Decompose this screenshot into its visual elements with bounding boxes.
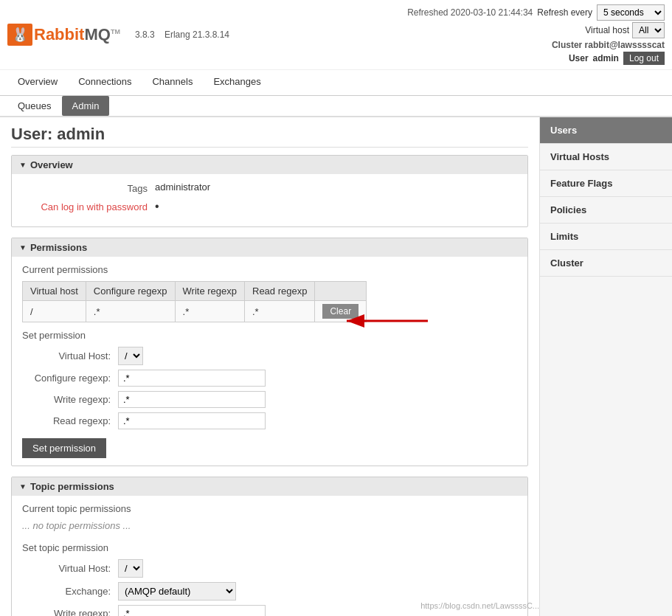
perm-configure: .* [86,301,175,322]
topic-vhost-select[interactable]: / [118,559,143,578]
nav-bar: Overview Connections Channels Exchanges [0,70,672,96]
read-field-label: Read regexp: [22,415,118,426]
refresh-select[interactable]: 5 seconds 10 seconds 30 seconds 60 secon… [597,4,665,21]
th-action [315,282,367,301]
refresh-label: Refresh every [537,7,592,18]
set-permission-button[interactable]: Set permission [22,438,106,458]
logo-text: RabbitMQTM [34,25,120,44]
perm-write: .* [175,301,244,322]
logo-icon: 🐰 [7,24,32,46]
user-label: User [569,53,589,63]
subnav-queues[interactable]: Queues [7,96,62,116]
th-read: Read regexp [245,282,315,301]
overview-section: ▼ Overview Tags administrator Can log in… [11,155,528,227]
write-input[interactable] [118,391,266,408]
subnav-admin[interactable]: Admin [62,96,110,116]
set-permission-title: Set permission [22,330,517,341]
nav-connections[interactable]: Connections [68,70,142,95]
virtual-host-select[interactable]: All / [632,22,665,38]
topic-permissions-section: ▼ Topic permissions Current topic permis… [11,477,528,616]
overview-arrow-icon: ▼ [19,161,27,169]
can-login-label: Can log in with password [22,200,155,212]
th-configure: Configure regexp [86,282,175,301]
nav-channels[interactable]: Channels [142,70,203,95]
clear-button[interactable]: Clear [322,304,358,319]
nav-exchanges[interactable]: Exchanges [203,70,271,95]
permissions-header[interactable]: ▼ Permissions [12,238,527,257]
overview-title: Overview [30,159,73,170]
nav-overview[interactable]: Overview [7,70,68,95]
topic-arrow-icon: ▼ [19,482,27,491]
table-row: / .* .* .* Clear [23,301,367,322]
sub-nav: Queues Admin [0,96,672,117]
exchange-field-label: Exchange: [22,586,118,597]
vhost-field-label: Virtual Host: [22,350,118,361]
topic-title: Topic permissions [30,481,114,492]
overview-header[interactable]: ▼ Overview [12,156,527,174]
logo: 🐰 RabbitMQTM [7,24,120,46]
current-permissions-label: Current permissions [22,264,517,275]
th-write: Write regexp [175,282,244,301]
version-info: 3.8.3 Erlang 21.3.8.14 [135,30,229,40]
topic-write-input[interactable] [118,605,266,616]
sidebar: Users Virtual Hosts Feature Flags Polici… [539,117,672,616]
permissions-arrow-icon: ▼ [19,243,27,252]
tags-value: administrator [155,181,210,193]
page-title: User: admin [11,125,528,148]
topic-permissions-header[interactable]: ▼ Topic permissions [12,477,527,496]
permissions-section: ▼ Permissions Current permissions Virtua… [11,238,528,466]
configure-input[interactable] [118,370,266,387]
permissions-title: Permissions [30,242,87,253]
current-topic-label: Current topic permissions [22,503,517,514]
no-topic-message: ... no topic permissions ... [22,520,517,531]
logout-button[interactable]: Log out [623,52,665,65]
perm-read: .* [245,301,315,322]
exchange-select[interactable]: (AMQP default) [118,582,236,601]
footer-url: https://blog.csdn.net/LawssssC... [420,601,539,610]
vhost-select[interactable]: / [118,347,143,365]
perm-virtual-host: / [23,301,86,322]
sidebar-item-users[interactable]: Users [540,117,672,144]
th-virtual-host: Virtual host [23,282,86,301]
sidebar-item-limits[interactable]: Limits [540,224,672,250]
sidebar-item-cluster[interactable]: Cluster [540,250,672,277]
set-topic-title: Set topic permission [22,542,517,553]
sidebar-item-policies[interactable]: Policies [540,197,672,224]
sidebar-item-feature-flags[interactable]: Feature Flags [540,170,672,197]
topic-vhost-label: Virtual Host: [22,563,118,574]
permissions-table: Virtual host Configure regexp Write rege… [22,281,367,322]
username: admin [593,53,619,63]
tags-label: Tags [22,181,155,194]
configure-field-label: Configure regexp: [22,373,118,384]
cluster-info: Cluster rabbit@lawsssscat [552,40,665,50]
virtual-host-label: Virtual host [585,25,629,35]
topic-write-label: Write regexp: [22,608,118,616]
refreshed-text: Refreshed 2020-03-10 21:44:34 [407,7,533,18]
sidebar-item-virtual-hosts[interactable]: Virtual Hosts [540,144,672,170]
read-input[interactable] [118,412,266,429]
write-field-label: Write regexp: [22,394,118,405]
can-login-value: • [155,200,159,213]
